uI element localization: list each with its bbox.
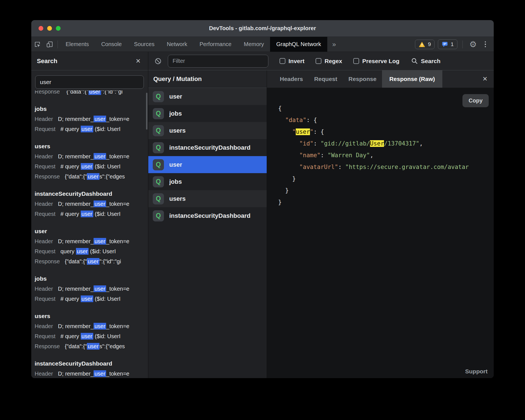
result-line-label: Response — [35, 258, 60, 264]
search-result-line[interactable]: HeaderD; remember_user_token=e — [35, 321, 148, 331]
result-line-label: Header — [35, 286, 53, 292]
devtools-window: DevTools - gitlab.com/-/graphql-explorer… — [31, 20, 494, 378]
search-result-line[interactable]: Request# query user ($id: UserI — [35, 331, 148, 341]
result-line-value: # query user ($id: UserI — [61, 333, 121, 340]
text-segment: user — [76, 248, 89, 255]
query-type-badge: Q — [153, 193, 164, 204]
search-result-line[interactable]: Request# query user ($id: UserI — [35, 161, 148, 171]
text-segment: D; remember_ — [58, 153, 94, 159]
main-tab-graphql-network[interactable]: GraphQL Network — [270, 37, 327, 52]
search-result-line[interactable]: Response{"data":{"users":{"edges — [35, 171, 148, 182]
text-segment: s":{"edges — [99, 173, 125, 180]
query-row-jobs[interactable]: Qjobs — [148, 173, 267, 190]
query-row-label: users — [169, 195, 186, 202]
main-tab-console[interactable]: Console — [95, 37, 128, 52]
result-line-label: Header — [35, 371, 53, 377]
issues-badge[interactable]: 9 — [415, 40, 435, 49]
result-line-value: # query user ($id: UserI — [61, 295, 121, 302]
query-row-users[interactable]: Qusers — [148, 122, 267, 139]
detail-tabs: HeadersRequestResponseResponse (Raw) ✕ — [267, 70, 494, 88]
text-segment: : — [321, 152, 328, 159]
copy-button[interactable]: Copy — [462, 94, 489, 107]
text-segment: D; remember_ — [58, 286, 94, 292]
search-result-line[interactable]: HeaderD; remember_user_token=e — [35, 236, 148, 246]
close-search-button[interactable]: ✕ — [134, 57, 142, 65]
regex-checkbox[interactable]: Regex — [316, 58, 342, 65]
query-panel-header: Query / Mutation — [148, 70, 267, 88]
search-result-line[interactable]: Response{"data":{"users":{"edges — [35, 341, 148, 351]
search-result-line[interactable]: Request# query user ($id: UserI — [35, 294, 148, 304]
device-toolbar-button[interactable] — [44, 37, 56, 52]
warning-icon — [419, 41, 425, 47]
result-heading: users — [35, 141, 148, 151]
search-scrollbar-thumb[interactable] — [146, 93, 147, 130]
query-row-user[interactable]: Quser — [148, 88, 267, 105]
text-segment: _token=e — [106, 371, 129, 377]
query-row-users[interactable]: Qusers — [148, 190, 267, 207]
query-row-instancesecuritydashboard[interactable]: QinstanceSecurityDashboard — [148, 207, 267, 224]
close-detail-button[interactable]: ✕ — [481, 75, 494, 83]
query-row-instancesecuritydashboard[interactable]: QinstanceSecurityDashboard — [148, 139, 267, 156]
text-segment: User — [370, 140, 384, 147]
result-line-value: # query user ($id: UserI — [61, 211, 121, 217]
text-segment: "Warren Day" — [328, 152, 370, 159]
main-tab-sources[interactable]: Sources — [128, 37, 161, 52]
code-line: "user": { — [278, 126, 494, 138]
preserve-log-checkbox[interactable]: Preserve Log — [353, 58, 399, 65]
search-result-line[interactable]: HeaderD; remember_user_token=e — [35, 151, 148, 161]
main-tab-memory[interactable]: Memory — [238, 37, 270, 52]
query-row-user[interactable]: Quser — [148, 156, 267, 173]
invert-checkbox[interactable]: Invert — [280, 58, 304, 65]
text-segment: : — [338, 164, 345, 170]
query-type-badge: Q — [153, 91, 164, 102]
search-result-line[interactable]: Response{"data":{"user":{"id":"gi — [35, 256, 148, 266]
customize-menu-button[interactable] — [482, 40, 489, 49]
settings-button[interactable]: ⚙ — [468, 40, 479, 49]
text-segment: {"data":{" — [65, 343, 87, 349]
text-segment: user — [81, 211, 93, 217]
toolbar-separator — [58, 40, 58, 48]
result-line-value: D; remember_user_token=e — [58, 323, 130, 330]
detail-tab-response-raw[interactable]: Response (Raw) — [382, 70, 442, 88]
detail-tab-response[interactable]: Response — [343, 70, 382, 88]
search-result-line[interactable]: HeaderD; remember_user_token=e — [35, 369, 148, 378]
filter-input[interactable] — [168, 55, 268, 68]
result-line-label: Response — [35, 173, 60, 180]
main-area: Search ✕ Response {"data":{"user":{"id":… — [31, 52, 494, 378]
main-tab-performance[interactable]: Performance — [194, 37, 238, 52]
search-result-line[interactable]: HeaderD; remember_user_token=e — [35, 114, 148, 124]
result-line-label: Header — [35, 153, 53, 159]
search-result-line[interactable]: HeaderD; remember_user_token=e — [35, 284, 148, 294]
main-tab-elements[interactable]: Elements — [59, 37, 95, 52]
text-segment: user — [81, 295, 93, 302]
text-segment: user — [94, 285, 106, 292]
more-tabs-chevron[interactable]: » — [327, 37, 341, 52]
device-toolbar-icon — [46, 41, 53, 48]
result-line-label: Header — [35, 323, 53, 329]
query-row-jobs[interactable]: Qjobs — [148, 105, 267, 122]
inspect-element-button[interactable] — [31, 37, 44, 52]
search-result-line-clipped[interactable]: Response {"data":{"user":{"id":"gi — [35, 90, 148, 97]
search-toggle[interactable]: Search — [411, 58, 440, 65]
support-link[interactable]: Support — [465, 368, 488, 375]
messages-badge[interactable]: 1 — [438, 39, 457, 49]
text-segment: # query — [61, 296, 81, 302]
window-title: DevTools - gitlab.com/-/graphql-explorer — [31, 25, 494, 32]
text-segment: D; remember_ — [58, 371, 94, 377]
main-tab-network[interactable]: Network — [161, 37, 193, 52]
search-input[interactable] — [35, 75, 144, 89]
text-segment: # query — [61, 333, 81, 339]
search-result-line[interactable]: Request# query user ($id: UserI — [35, 124, 148, 134]
toolbar-separator-2 — [462, 40, 463, 48]
text-segment: "https://secure.gravatar.com/avatar — [345, 164, 469, 170]
clear-circle-slash-icon[interactable] — [154, 58, 162, 65]
search-result-line[interactable]: Requestquery user ($id: UserI — [35, 246, 148, 256]
search-result-line[interactable]: HeaderD; remember_user_token=e — [35, 199, 148, 209]
text-segment: } — [278, 175, 296, 182]
code-line: "id": "gid://gitlab/User/13704317", — [278, 138, 494, 149]
search-result-line[interactable]: Request# query user ($id: UserI — [35, 209, 148, 219]
detail-tab-headers[interactable]: Headers — [274, 70, 309, 88]
result-line-label: Request — [35, 333, 56, 339]
detail-tab-request[interactable]: Request — [309, 70, 343, 88]
regex-label: Regex — [324, 58, 342, 65]
